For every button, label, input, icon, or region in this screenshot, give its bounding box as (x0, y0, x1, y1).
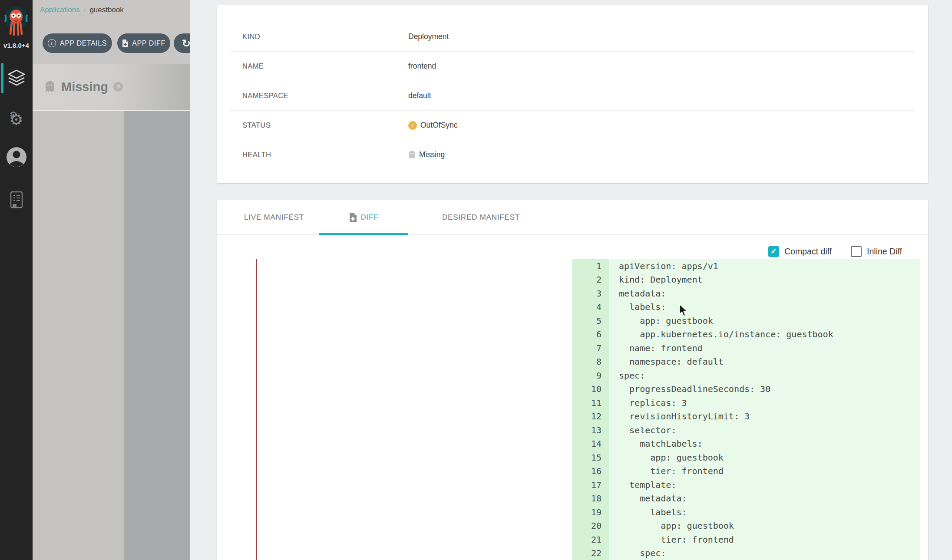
sidebar-item-docs[interactable] (0, 186, 33, 214)
field-label: NAME (242, 62, 264, 70)
diff-line-text: app: guestbook (619, 316, 713, 326)
diff-line-text: progressDeadlineSeconds: 30 (619, 384, 770, 394)
resource-details-panel: KIND Deployment NAME frontend NAMESPACE … (190, 0, 952, 560)
diff-line-number: 17 (572, 480, 609, 490)
tab-label: LIVE MANIFEST (244, 213, 304, 222)
breadcrumb-applications-link[interactable]: Applications (40, 6, 80, 14)
breadcrumb-separator: / (84, 6, 86, 14)
diff-line-number: 14 (572, 438, 609, 449)
page-header-dimmed: Applications/guestbook i APP DETAILS APP… (33, 0, 190, 64)
diff-line-text: revisionHistoryLimit: 3 (619, 411, 750, 422)
diff-line-text: labels: (619, 507, 687, 517)
status-text: OutOfSync (420, 121, 458, 130)
file-diff-icon (122, 40, 128, 47)
diff-line-number: 11 (572, 398, 609, 408)
diff-line: 22 spec: (572, 547, 920, 560)
diff-line-text: selector: (619, 425, 676, 435)
tab-live-manifest[interactable]: LIVE MANIFEST (228, 200, 320, 235)
diff-line-number: 12 (572, 411, 609, 422)
diff-line-text: kind: Deployment (619, 274, 703, 285)
diff-line-number: 21 (572, 534, 609, 545)
diff-line: 5 app: guestbook (572, 314, 920, 328)
diff-line-text: namespace: default (619, 356, 724, 367)
ghost-icon (45, 81, 55, 93)
field-value: default (408, 91, 431, 100)
tab-desired-manifest[interactable]: DESIRED MANIFEST (408, 200, 554, 235)
diff-line: 18 metadata: (572, 492, 920, 506)
diff-line: 2kind: Deployment (572, 273, 920, 287)
ghost-icon (408, 150, 416, 159)
diff-line-number: 8 (572, 356, 609, 367)
diff-line-number: 7 (572, 343, 609, 353)
manifest-tabs: LIVE MANIFEST DIFF DESIRED MANIFEST (217, 200, 928, 235)
diff-line-number: 16 (572, 466, 609, 476)
diff-line-text: matchLabels: (619, 438, 703, 449)
argo-logo-icon[interactable] (3, 5, 29, 36)
diff-line-number: 22 (572, 548, 609, 558)
diff-line-text: metadata: (619, 493, 687, 504)
active-tab-underline (319, 233, 408, 235)
diff-line-text: name: frontend (619, 343, 703, 353)
health-text: Missing (419, 150, 445, 159)
diff-line-number: 3 (572, 288, 609, 299)
version-label: v1.8.0+4 (0, 42, 33, 49)
breadcrumb: Applications/guestbook (40, 6, 124, 14)
diff-line-text: spec: (619, 548, 666, 558)
sync-refresh-button[interactable]: ↻ (174, 33, 190, 53)
diff-line-number: 2 (572, 274, 609, 285)
compact-diff-option[interactable]: ✓ Compact diff (768, 246, 832, 257)
sidebar-item-applications[interactable] (0, 64, 33, 92)
inline-diff-option[interactable]: Inline Diff (851, 246, 902, 257)
diff-line: 16 tier: frontend (572, 464, 920, 478)
mouse-cursor (678, 304, 688, 317)
nav-sidebar: v1.8.0+4 ⚙⚙ (0, 0, 33, 560)
app-health-banner-dimmed: Missing ? (33, 64, 190, 110)
diff-line-number: 18 (572, 493, 609, 504)
field-value: ↑ OutOfSync (408, 121, 458, 130)
checkbox-checked-icon[interactable]: ✓ (768, 246, 779, 257)
diff-line-number: 9 (572, 370, 609, 381)
diff-line-text: app.kubernetes.io/instance: guestbook (619, 329, 833, 339)
diff-line-text: tier: frontend (619, 534, 734, 545)
tab-diff[interactable]: DIFF (319, 200, 408, 235)
app-details-label: APP DETAILS (60, 40, 107, 47)
diff-line-text: app: guestbook (619, 452, 724, 463)
diff-line-text: tier: frontend (619, 466, 724, 476)
diff-line-text: labels: (619, 302, 666, 312)
sidebar-item-settings[interactable]: ⚙⚙ (0, 106, 33, 134)
diff-line-number: 19 (572, 507, 609, 517)
app-toolbar: i APP DETAILS APP DIFF ↻ (33, 28, 190, 54)
diff-line: 3metadata: (572, 287, 920, 300)
diff-line-text: replicas: 3 (619, 398, 687, 408)
diff-line-number: 4 (572, 302, 609, 312)
diff-added-pane: 1apiVersion: apps/v12kind: Deployment3me… (572, 259, 920, 560)
field-label: STATUS (242, 121, 271, 129)
diff-line-number: 10 (572, 384, 609, 394)
app-health-status: Missing (61, 80, 108, 94)
diff-line: 10 progressDeadlineSeconds: 30 (572, 382, 920, 396)
info-icon: i (48, 39, 56, 47)
page-background-right-dimmed (124, 111, 190, 560)
diff-line-number: 13 (572, 425, 609, 435)
breadcrumb-current: guestbook (89, 6, 123, 14)
field-row-status: STATUS ↑ OutOfSync (230, 111, 915, 140)
manifest-card: LIVE MANIFEST DIFF DESIRED MANIFEST ✓ Co… (217, 200, 928, 560)
page-background-left-dimmed (33, 111, 124, 560)
field-row-namespace: NAMESPACE default (230, 81, 915, 111)
app-diff-button[interactable]: APP DIFF (117, 33, 170, 53)
docs-icon (10, 191, 23, 208)
diff-line-text: metadata: (619, 288, 666, 299)
tab-label: DESIRED MANIFEST (442, 213, 520, 222)
diff-line: 11 replicas: 3 (572, 396, 920, 410)
diff-line: 15 app: guestbook (572, 451, 920, 464)
inline-diff-label: Inline Diff (867, 247, 902, 257)
checkbox-unchecked-icon[interactable] (851, 246, 862, 257)
sidebar-item-user[interactable] (0, 143, 33, 171)
compact-diff-label: Compact diff (784, 247, 832, 257)
app-details-button[interactable]: i APP DETAILS (43, 33, 112, 53)
help-icon[interactable]: ? (113, 82, 123, 92)
diff-line-text: app: guestbook (619, 520, 734, 531)
diff-line: 17 template: (572, 478, 920, 492)
diff-line-text: template: (619, 480, 676, 490)
field-row-kind: KIND Deployment (230, 22, 915, 52)
